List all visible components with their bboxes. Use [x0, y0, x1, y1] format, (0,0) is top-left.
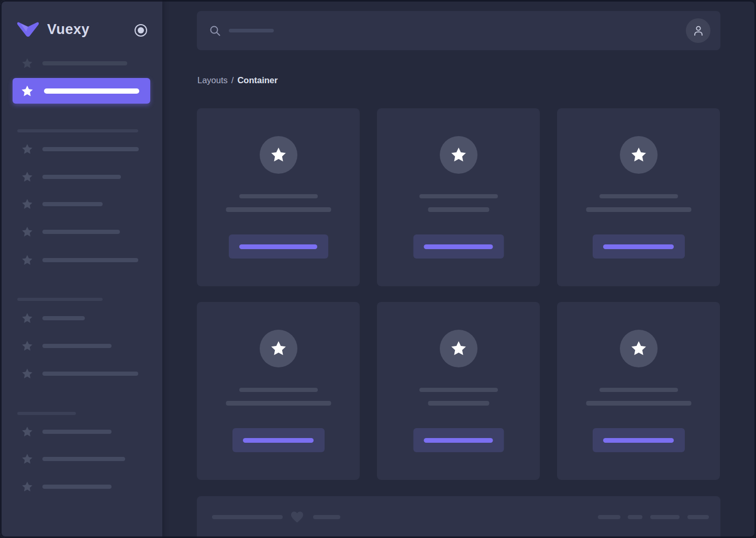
user-icon: [692, 24, 705, 38]
sidebar-item-active[interactable]: [13, 78, 150, 104]
breadcrumb-parent-link[interactable]: Layouts: [197, 75, 228, 85]
feature-card: [197, 108, 360, 286]
sidebar-item[interactable]: [21, 226, 120, 238]
card-action-button[interactable]: [593, 234, 685, 259]
card-avatar-circle: [260, 330, 297, 367]
feature-card: [377, 108, 540, 286]
cards-grid: [197, 108, 720, 480]
sidebar-item[interactable]: [21, 425, 112, 438]
footer-link-placeholder[interactable]: [687, 515, 709, 519]
copyright-text-placeholder: [212, 515, 283, 519]
star-icon: [630, 146, 648, 164]
card-action-button[interactable]: [229, 234, 328, 259]
star-icon: [21, 480, 34, 493]
star-icon: [270, 340, 287, 357]
feature-card: [377, 302, 540, 480]
menu-label-placeholder: [42, 230, 120, 234]
menu-label-placeholder: [44, 88, 139, 94]
button-label-placeholder: [603, 438, 674, 443]
breadcrumb-separator: /: [231, 75, 234, 85]
card-action-button[interactable]: [413, 234, 504, 259]
app-window: Vuexy: [0, 0, 756, 538]
heart-icon: [290, 510, 304, 523]
sidebar-item[interactable]: [21, 198, 103, 210]
text-line-placeholder: [599, 388, 678, 392]
author-text-placeholder: [313, 515, 340, 519]
card-avatar-circle: [260, 136, 297, 174]
vuexy-logo-icon: [16, 21, 40, 38]
text-line-placeholder: [428, 401, 489, 406]
button-label-placeholder: [424, 438, 493, 443]
star-icon: [21, 143, 34, 155]
star-icon: [21, 57, 34, 70]
menu-label-placeholder: [42, 316, 85, 320]
card-avatar-circle: [620, 330, 658, 367]
star-icon: [21, 425, 34, 438]
text-line-placeholder: [599, 194, 678, 198]
section-header-placeholder: [17, 298, 103, 301]
menu-label-placeholder: [42, 258, 138, 262]
star-icon: [21, 312, 34, 324]
nav-pin-icon[interactable]: [135, 24, 147, 37]
card-action-button[interactable]: [232, 428, 325, 452]
star-icon: [21, 367, 34, 380]
star-icon: [21, 340, 34, 352]
text-line-placeholder: [239, 388, 318, 392]
search-bar[interactable]: [197, 11, 720, 50]
feature-card: [557, 108, 720, 286]
star-icon: [21, 453, 34, 465]
sidebar-item[interactable]: [21, 171, 121, 183]
footer-link-placeholder[interactable]: [628, 515, 642, 519]
section-header-placeholder: [17, 129, 138, 132]
text-line-placeholder: [586, 401, 691, 406]
star-icon: [21, 226, 34, 238]
sidebar: Vuexy: [0, 0, 162, 538]
button-label-placeholder: [239, 244, 317, 249]
search-icon: [209, 25, 221, 37]
user-avatar-button[interactable]: [686, 18, 710, 43]
star-icon: [630, 340, 648, 357]
card-avatar-circle: [440, 136, 477, 174]
sidebar-item[interactable]: [21, 143, 139, 155]
menu-label-placeholder: [42, 485, 112, 489]
text-line-placeholder: [419, 194, 498, 198]
card-avatar-circle: [620, 136, 658, 174]
sidebar-item[interactable]: [21, 340, 112, 352]
star-icon: [20, 84, 34, 98]
brand-link[interactable]: Vuexy: [16, 21, 90, 38]
star-icon: [450, 146, 468, 164]
button-label-placeholder: [424, 244, 493, 249]
sidebar-item[interactable]: [21, 312, 85, 324]
brand-name: Vuexy: [47, 21, 90, 38]
star-icon: [21, 254, 34, 266]
card-avatar-circle: [440, 330, 477, 367]
footer-link-placeholder[interactable]: [598, 515, 620, 519]
menu-label-placeholder: [42, 61, 127, 65]
footer-link-placeholder[interactable]: [650, 515, 680, 519]
menu-label-placeholder: [42, 202, 103, 206]
text-line-placeholder: [226, 207, 331, 212]
menu-label-placeholder: [42, 372, 138, 376]
section-header-placeholder: [17, 412, 76, 415]
star-icon: [21, 198, 34, 210]
text-line-placeholder: [226, 401, 331, 406]
menu-label-placeholder: [42, 175, 121, 179]
feature-card: [197, 302, 360, 480]
sidebar-item[interactable]: [21, 367, 138, 380]
card-action-button[interactable]: [413, 428, 504, 452]
star-icon: [21, 171, 34, 183]
menu-label-placeholder: [42, 457, 125, 461]
text-line-placeholder: [586, 207, 691, 212]
button-label-placeholder: [603, 244, 674, 249]
star-icon: [450, 340, 468, 357]
breadcrumb-current: Container: [237, 75, 277, 85]
sidebar-item[interactable]: [21, 453, 125, 465]
button-label-placeholder: [243, 438, 314, 443]
text-line-placeholder: [419, 388, 498, 392]
sidebar-item[interactable]: [21, 254, 138, 266]
sidebar-item[interactable]: [21, 57, 127, 70]
menu-label-placeholder: [42, 430, 112, 434]
menu-label-placeholder: [42, 147, 139, 151]
sidebar-item[interactable]: [21, 480, 112, 493]
card-action-button[interactable]: [593, 428, 685, 452]
